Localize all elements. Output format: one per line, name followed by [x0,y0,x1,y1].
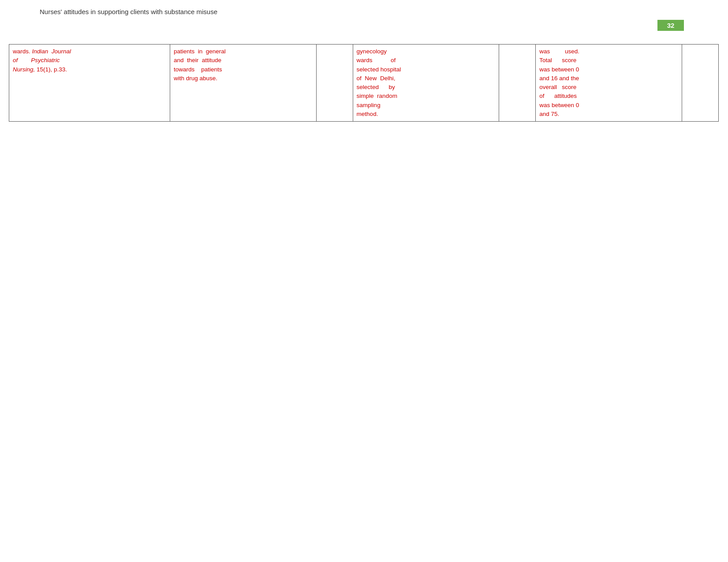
cell-col6-text: was used. Total score was between 0 and … [539,47,678,119]
cell-reference-text: wards. Indian Journal of Psychiatric Nur… [13,47,166,74]
table-cell-reference: wards. Indian Journal of Psychiatric Nur… [9,45,170,122]
table-cell-spacer2 [499,45,536,122]
table-row: wards. Indian Journal of Psychiatric Nur… [9,45,719,122]
table-cell-col6: was used. Total score was between 0 and … [536,45,682,122]
page-number-badge: 32 [657,20,684,31]
data-table: wards. Indian Journal of Psychiatric Nur… [9,44,719,122]
table-cell-spacer1 [316,45,353,122]
table-cell-col7 [682,45,719,122]
page-header-title: Nurses' attitudes in supporting clients … [40,8,217,15]
main-table-container: wards. Indian Journal of Psychiatric Nur… [9,44,719,122]
cell-col2-text: patients in general and their attitude t… [174,47,313,83]
table-cell-col2: patients in general and their attitude t… [170,45,316,122]
cell-col4-text: gynecology wards of selected hospital of… [357,47,496,119]
table-cell-col4: gynecology wards of selected hospital of… [353,45,499,122]
